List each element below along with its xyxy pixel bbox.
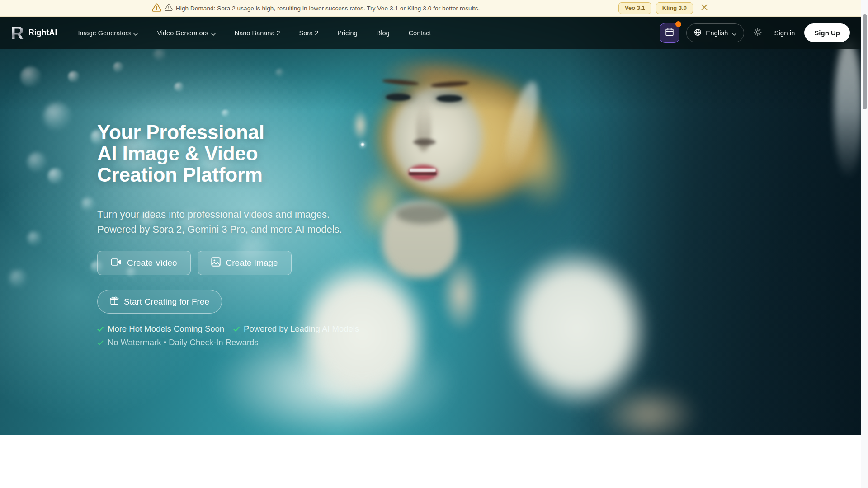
calendar-icon (665, 27, 675, 38)
bubble (81, 197, 95, 211)
hero-photo-earring (360, 142, 365, 147)
nav-menu: Image Generators Video Generators Nano B… (78, 29, 431, 37)
nav-item-nano-banana-2[interactable]: Nano Banana 2 (235, 29, 280, 37)
hero-subtitle: Turn your ideas into professional videos… (97, 207, 359, 237)
close-icon (701, 4, 708, 12)
sign-in-link[interactable]: Sign in (774, 29, 795, 37)
banner-message: High Demand: Sora 2 usage is high, resul… (176, 5, 480, 12)
nav-item-pricing[interactable]: Pricing (337, 29, 357, 37)
page: R RightAI Image Generators Video Generat… (0, 0, 868, 488)
nav-item-blog[interactable]: Blog (377, 29, 390, 37)
hero-section: R RightAI Image Generators Video Generat… (0, 17, 861, 435)
check-in-calendar-button[interactable] (660, 23, 679, 43)
chevron-down-icon (732, 29, 736, 37)
brand[interactable]: R RightAI (11, 25, 57, 41)
sign-up-button[interactable]: Sign Up (804, 23, 850, 42)
nav-item-image-generators[interactable]: Image Generators (78, 29, 138, 37)
bubble (27, 231, 42, 246)
feature-item: Powered by Leading AI Models (233, 324, 359, 334)
warning-icon (152, 3, 161, 14)
bubble (9, 270, 27, 288)
kling-button[interactable]: Kling 3.0 (656, 2, 693, 14)
image-icon (211, 257, 221, 269)
warning-outline-icon (165, 4, 173, 13)
hero-buttons: Create Video Create Image (97, 251, 359, 275)
hero-content: Your Professional AI Image & Video Creat… (97, 122, 359, 347)
navbar: R RightAI Image Generators Video Generat… (0, 17, 861, 49)
veo-button[interactable]: Veo 3.1 (618, 2, 651, 14)
nav-actions: English Sign in Sign Up (660, 23, 850, 43)
check-icon (97, 340, 104, 345)
banner-message-group: High Demand: Sora 2 usage is high, resul… (152, 3, 480, 14)
announcement-banner: High Demand: Sora 2 usage is high, resul… (0, 0, 861, 17)
banner-close-button[interactable] (700, 3, 709, 13)
feature-item: More Hot Models Coming Soon (97, 324, 224, 334)
theme-toggle-button[interactable] (752, 26, 764, 39)
nav-item-contact[interactable]: Contact (409, 29, 431, 37)
feature-item: No Watermark • Daily Check-In Rewards (97, 338, 259, 347)
create-video-button[interactable]: Create Video (97, 251, 191, 275)
scrollbar-thumb[interactable] (863, 14, 867, 109)
start-creating-free-button[interactable]: Start Creating for Free (97, 290, 222, 314)
language-label: English (706, 29, 728, 37)
sun-icon (754, 28, 762, 38)
brand-name: RightAI (28, 28, 57, 38)
bubble (47, 168, 64, 184)
notification-dot (675, 21, 681, 27)
hero-feature-list: More Hot Models Coming Soon Powered by L… (97, 324, 359, 347)
chevron-down-icon (211, 30, 216, 37)
check-icon (97, 327, 104, 332)
hero-heading: Your Professional AI Image & Video Creat… (97, 122, 359, 185)
globe-icon (694, 28, 702, 38)
banner-actions: Veo 3.1 Kling 3.0 (618, 2, 709, 14)
nav-item-sora-2[interactable]: Sora 2 (299, 29, 319, 37)
bubble (27, 152, 47, 172)
scrollbar[interactable] (861, 0, 868, 488)
create-image-button[interactable]: Create Image (198, 251, 292, 275)
gift-icon (110, 296, 119, 307)
nav-item-video-generators[interactable]: Video Generators (157, 29, 215, 37)
check-icon (233, 327, 240, 332)
chevron-down-icon (133, 30, 138, 37)
video-camera-icon (111, 258, 122, 269)
logo-icon: R (11, 25, 24, 41)
language-selector[interactable]: English (686, 23, 744, 42)
